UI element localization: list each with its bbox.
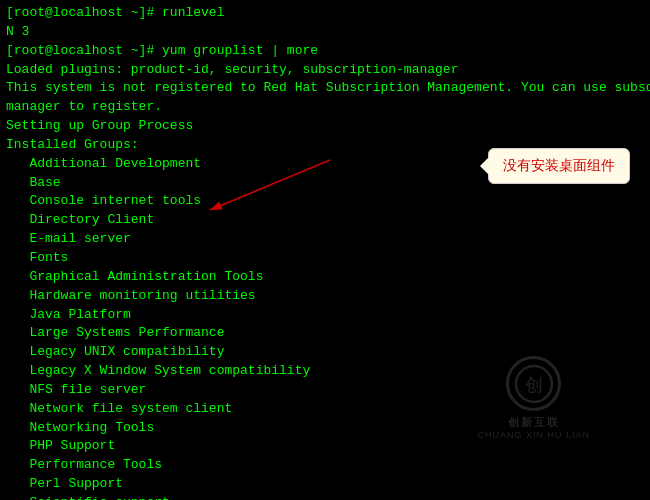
terminal-line: Perl Support [6,475,644,494]
svg-text:创: 创 [525,375,543,395]
terminal-line: Large Systems Performance [6,324,644,343]
terminal-line: Console internet tools [6,192,644,211]
terminal-line: Setting up Group Process [6,117,644,136]
callout-bubble: 没有安装桌面组件 [488,148,630,184]
terminal-line: Scientific support [6,494,644,500]
terminal-line: This system is not registered to Red Hat… [6,79,644,98]
terminal-line: manager to register. [6,98,644,117]
terminal-line: Directory Client [6,211,644,230]
terminal-line: PHP Support [6,437,644,456]
terminal-line: N 3 [6,23,644,42]
terminal-line: Loaded plugins: product-id, security, su… [6,61,644,80]
terminal-line: Java Platform [6,306,644,325]
watermark-text-en: CHUANG XIN HU LIAN [477,430,590,440]
watermark: 创 创新互联 CHUANG XIN HU LIAN [477,356,590,440]
watermark-text-cn: 创新互联 [508,415,560,430]
terminal-line: Performance Tools [6,456,644,475]
callout-text: 没有安装桌面组件 [503,158,615,173]
terminal-line: [root@localhost ~]# runlevel [6,4,644,23]
terminal-line: Graphical Administration Tools [6,268,644,287]
terminal-window: [root@localhost ~]# runlevelN 3[root@loc… [0,0,650,500]
watermark-logo: 创 [506,356,561,411]
terminal-line: Hardware monitoring utilities [6,287,644,306]
terminal-line: Fonts [6,249,644,268]
terminal-line: E-mail server [6,230,644,249]
terminal-line: [root@localhost ~]# yum grouplist | more [6,42,644,61]
